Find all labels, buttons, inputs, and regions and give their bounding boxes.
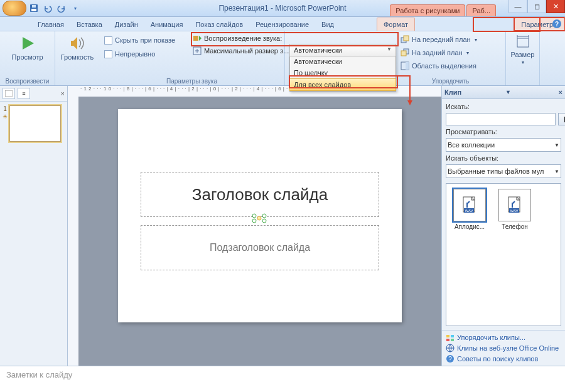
size-button[interactable]: Размер ▾ — [510, 33, 535, 67]
subtitle-placeholder[interactable]: Подзаголовок слайда — [141, 225, 379, 270]
tab-design[interactable]: Дизайн — [109, 18, 144, 31]
send-back-icon — [401, 48, 409, 57]
sound-playback-label: Воспроизведение звука: — [204, 34, 282, 42]
clip-item[interactable]: WAV Телефон — [497, 189, 533, 230]
selection-pane-button[interactable]: Область выделения — [399, 60, 502, 72]
context-tab-pictures[interactable]: Работа с рисунками — [390, 4, 465, 16]
editor-area: ·12···10···|8|···|6|···|4|···|2|···|0|··… — [68, 86, 441, 366]
search-input[interactable] — [446, 113, 556, 125]
volume-button[interactable]: Громкость — [59, 33, 95, 63]
redo-button[interactable] — [55, 2, 68, 14]
sound-object[interactable] — [251, 213, 267, 224]
thumb-sound-icon: ☀ — [3, 114, 8, 120]
context-tab-other[interactable]: Раб... — [466, 4, 496, 16]
slide-thumbnail[interactable]: 1 ☀ — [3, 105, 65, 142]
help-small-icon: ? — [446, 354, 455, 363]
group-size: Размер ▾ — [506, 31, 540, 85]
group-volume: Громкость — [55, 31, 99, 85]
clip-item[interactable]: WAV Аплодис... — [451, 189, 488, 230]
svg-rect-2 — [32, 5, 36, 8]
svg-point-15 — [252, 219, 256, 223]
workspace: ≡ × 1 ☀ ·12···10···|8|···|6|···|4|···|2|… — [0, 86, 565, 366]
outline-tab[interactable]: ≡ — [18, 88, 30, 99]
svg-rect-8 — [401, 51, 406, 56]
tab-slideshow[interactable]: Показ слайдов — [189, 18, 249, 31]
wav-icon: WAV — [507, 196, 522, 214]
window-title: Презентация1 - Microsoft PowerPoint — [218, 4, 346, 13]
max-size-label: Максимальный размер з... — [204, 47, 289, 55]
qat-more-button[interactable]: ▾ — [69, 2, 82, 14]
thumb-number: 1 — [3, 105, 7, 112]
sound-playback-dropdown: Автоматически▼ Автоматически По щелчку Д… — [289, 44, 396, 92]
dropdown-option-auto[interactable]: Автоматически — [290, 56, 396, 67]
maximize-button[interactable]: ◻ — [527, 0, 546, 13]
play-icon — [19, 34, 36, 52]
save-button[interactable] — [28, 2, 40, 14]
pane-menu-icon[interactable]: ▼ — [505, 89, 511, 95]
slides-panel-close[interactable]: × — [61, 90, 65, 97]
group-sound-options: Скрыть при показе Непрерывно Параметры з… — [99, 31, 285, 85]
checkbox-icon — [104, 36, 112, 45]
tab-insert[interactable]: Вставка — [70, 18, 109, 31]
ruler-vertical — [68, 97, 79, 366]
slides-panel: ≡ × 1 ☀ — [0, 86, 68, 366]
office-button[interactable] — [3, 1, 26, 16]
pane-body: Искать: Начать Просматривать: Все коллек… — [442, 99, 565, 330]
pane-close-button[interactable]: × — [559, 88, 562, 96]
minimize-button[interactable]: — — [508, 0, 527, 13]
type-select[interactable]: Выбранные типы файлов мул▼ — [446, 164, 561, 178]
title-bar: ▾ Презентация1 - Microsoft PowerPoint Ра… — [0, 0, 565, 17]
dropdown-option-allslides[interactable]: Для всех слайдов — [289, 78, 396, 91]
slides-tab[interactable] — [3, 88, 15, 99]
bring-front-button[interactable]: На передний план▾ — [399, 33, 502, 46]
canvas[interactable]: Заголовок слайда Подзаголовок слайда — [78, 97, 441, 366]
pane-links: Упорядочить клипы... Клипы на веб-узле O… — [442, 330, 565, 366]
slide[interactable]: Заголовок слайда Подзаголовок слайда — [118, 109, 402, 322]
search-tips-link[interactable]: ?Советы по поиску клипов — [446, 354, 561, 363]
sound-play-icon — [193, 34, 202, 43]
send-back-button[interactable]: На задний план▾ — [399, 46, 502, 59]
tab-format[interactable]: Формат — [377, 18, 415, 31]
globe-icon — [446, 344, 455, 352]
clip-art-pane: Клип ▼ × Искать: Начать Просматривать: В… — [441, 86, 565, 366]
tab-review[interactable]: Рецензирование — [249, 18, 315, 31]
max-size-icon — [193, 46, 202, 55]
svg-point-16 — [262, 219, 266, 223]
results-list: WAV Аплодис... WAV Телефон — [446, 183, 561, 326]
tab-view[interactable]: Вид — [315, 18, 340, 31]
svg-rect-24 — [446, 335, 449, 337]
svg-point-17 — [257, 216, 261, 220]
tab-home[interactable]: Главная — [31, 18, 70, 31]
group-arrange: На передний план▾ На задний план▾ Област… — [396, 31, 506, 85]
wav-icon: WAV — [462, 196, 477, 214]
search-go-button[interactable]: Начать — [558, 113, 565, 125]
notes-pane[interactable]: Заметки к слайду — [0, 366, 565, 392]
help-icon[interactable]: ? — [552, 19, 561, 28]
undo-button[interactable] — [41, 2, 54, 14]
view-label: Просматривать: — [446, 128, 561, 135]
selection-pane-icon — [401, 61, 409, 70]
ribbon-tabs: Главная Вставка Дизайн Анимация Показ сл… — [0, 17, 565, 31]
size-icon — [515, 34, 530, 50]
svg-rect-12 — [5, 90, 13, 97]
svg-rect-27 — [451, 339, 454, 341]
view-select[interactable]: Все коллекции▼ — [446, 138, 561, 152]
svg-rect-3 — [193, 36, 198, 41]
speaker-icon — [68, 34, 86, 52]
thumb-preview — [9, 105, 61, 142]
context-tab-group: Работа с рисунками Раб... — [390, 0, 496, 16]
title-placeholder[interactable]: Заголовок слайда — [141, 172, 379, 217]
svg-text:WAV: WAV — [510, 209, 519, 213]
close-button[interactable]: ✕ — [546, 0, 565, 13]
svg-rect-1 — [31, 9, 36, 11]
checkbox-icon — [104, 50, 112, 58]
organize-clips-link[interactable]: Упорядочить клипы... — [446, 333, 561, 342]
bring-front-icon — [401, 35, 409, 44]
pane-header: Клип ▼ × — [442, 86, 565, 99]
dropdown-option-click[interactable]: По щелчку — [290, 67, 396, 78]
preview-button[interactable]: Просмотр — [4, 33, 51, 63]
svg-text:?: ? — [448, 356, 452, 363]
tab-animation[interactable]: Анимация — [144, 18, 190, 31]
office-online-link[interactable]: Клипы на веб-узле Office Online — [446, 344, 561, 352]
dropdown-selected[interactable]: Автоматически▼ — [289, 44, 396, 56]
